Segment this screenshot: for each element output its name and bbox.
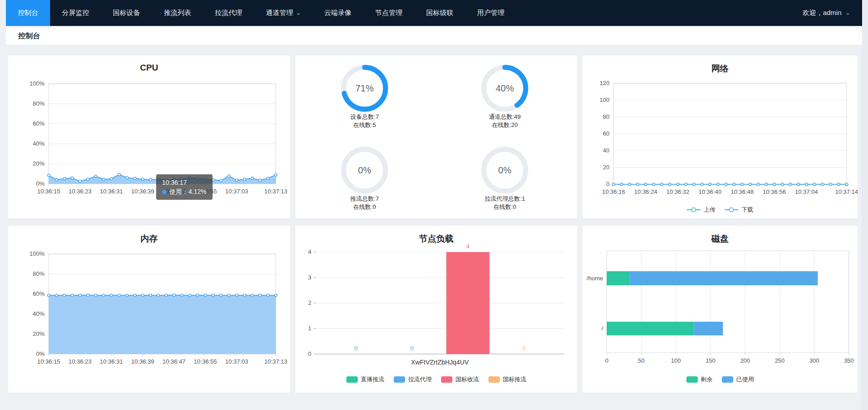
svg-text:10:36:32: 10:36:32 — [666, 188, 690, 195]
svg-text:71%: 71% — [355, 83, 374, 93]
legend-item[interactable]: 下载 — [725, 206, 753, 214]
svg-text:40%: 40% — [33, 310, 45, 317]
legend-item[interactable]: 上传 — [687, 206, 716, 214]
line-marker-icon — [725, 207, 738, 213]
svg-text:10:36:47: 10:36:47 — [162, 188, 186, 195]
nav-item-2[interactable]: 分屏监控 — [50, 0, 101, 26]
svg-text:80%: 80% — [33, 270, 45, 277]
gauge-ring-icon: 0% — [480, 146, 529, 195]
chevron-down-icon: ⌄ — [295, 10, 301, 16]
disk-chart[interactable]: 050100150200250300350/home/ — [583, 226, 858, 393]
scrollbar[interactable] — [862, 0, 868, 410]
cpu-chart[interactable]: 0%20%40%60%80%100%10:36:1510:36:2310:36:… — [8, 56, 290, 218]
svg-text:80%: 80% — [33, 100, 45, 107]
nav-item-4[interactable]: 推流列表 — [152, 0, 203, 26]
svg-text:0: 0 — [605, 357, 608, 364]
svg-text:10:36:40: 10:36:40 — [699, 188, 722, 195]
legend-label: 国标收流 — [456, 375, 479, 384]
navbar: 控制台分屏监控国标设备推流列表拉流代理通道管理⌄云端录像节点管理国标级联用户管理… — [6, 0, 863, 26]
nav-item-8[interactable]: 节点管理 — [363, 0, 414, 26]
svg-text:60%: 60% — [33, 290, 45, 297]
legend-item[interactable]: 剩余 — [686, 375, 713, 384]
legend-item[interactable]: 直播推流 — [346, 375, 385, 384]
legend-item[interactable]: 拉流代理 — [394, 375, 432, 384]
svg-text:10:36:31: 10:36:31 — [100, 188, 123, 195]
svg-text:10:36:23: 10:36:23 — [69, 358, 92, 365]
svg-text:0%: 0% — [358, 165, 371, 175]
svg-text:60%: 60% — [33, 120, 45, 127]
legend-label: 下载 — [741, 206, 753, 214]
svg-text:20%: 20% — [33, 330, 45, 337]
memory-chart[interactable]: 0%20%40%60%80%100%10:36:1510:36:2310:36:… — [8, 226, 290, 393]
gauge-ring-icon: 0% — [340, 146, 389, 195]
svg-text:100%: 100% — [30, 250, 45, 257]
svg-text:/home: /home — [587, 275, 603, 282]
legend-label: 剩余 — [701, 375, 713, 384]
legend-label: 国标推流 — [503, 375, 527, 384]
svg-text:10:36:56: 10:36:56 — [763, 188, 786, 195]
legend-item[interactable]: 国标收流 — [441, 375, 479, 384]
legend-label: 拉流代理 — [408, 375, 432, 384]
nav-item-6[interactable]: 通道管理⌄ — [254, 0, 312, 26]
svg-text:0%: 0% — [36, 180, 45, 187]
gauge-label: 在线数:0 — [493, 203, 516, 211]
svg-text:4: 4 — [308, 248, 311, 255]
nav-item-1[interactable]: 控制台 — [6, 0, 50, 26]
svg-text:0: 0 — [606, 181, 609, 187]
gauge-push-streams: 0%推流总数:7在线数:0 — [315, 146, 415, 211]
nav-item-label: 云端录像 — [324, 9, 351, 17]
nav-item-label: 控制台 — [18, 9, 38, 17]
nav-item-7[interactable]: 云端录像 — [312, 0, 363, 26]
svg-text:10:36:48: 10:36:48 — [731, 188, 754, 195]
svg-text:10:36:16: 10:36:16 — [602, 188, 625, 195]
svg-text:10:37:13: 10:37:13 — [264, 188, 288, 195]
svg-text:300: 300 — [809, 357, 819, 364]
svg-text:0: 0 — [410, 345, 413, 352]
gauge-channels: 40%通道总数:49在线数:20 — [455, 64, 555, 129]
svg-text:2: 2 — [308, 299, 311, 306]
nav-item-label: 节点管理 — [375, 9, 402, 17]
network-legend: 上传下载 — [583, 206, 858, 214]
svg-text:250: 250 — [775, 357, 785, 364]
svg-text:350: 350 — [844, 357, 854, 364]
svg-text:0: 0 — [354, 345, 357, 352]
svg-text:10:36:24: 10:36:24 — [634, 188, 657, 195]
swatch-icon — [488, 376, 500, 383]
nav-item-5[interactable]: 拉流代理 — [203, 0, 254, 26]
svg-text:10:36:23: 10:36:23 — [69, 188, 92, 195]
svg-text:0: 0 — [522, 345, 525, 352]
legend-item[interactable]: 已使用 — [722, 375, 754, 384]
svg-text:10:36:55: 10:36:55 — [194, 188, 217, 195]
legend-item[interactable]: 国标推流 — [488, 375, 527, 384]
legend-label: 已使用 — [736, 375, 754, 384]
panel-memory: 内存 0%20%40%60%80%100%10:36:1510:36:2310:… — [8, 226, 290, 393]
gauge-label: 推流总数:7 — [350, 195, 379, 203]
svg-text:10:36:55: 10:36:55 — [194, 358, 217, 365]
nav-item-9[interactable]: 国标级联 — [414, 0, 465, 26]
svg-text:80: 80 — [603, 113, 609, 120]
nav-item-label: 用户管理 — [477, 9, 504, 17]
svg-text:0: 0 — [308, 350, 311, 357]
node-load-chart[interactable]: 012340040XwFtVZrtZbHJq4UV — [295, 226, 577, 393]
svg-text:1: 1 — [308, 325, 311, 332]
nav-item-3[interactable]: 国标设备 — [101, 0, 152, 26]
svg-text:100: 100 — [671, 357, 681, 364]
swatch-icon — [441, 376, 452, 383]
nav-item-10[interactable]: 用户管理 — [465, 0, 516, 26]
breadcrumb: 控制台 — [18, 31, 40, 41]
user-menu[interactable]: 欢迎，admin ⌄ — [802, 0, 863, 26]
svg-text:10:37:14: 10:37:14 — [835, 188, 858, 195]
nav-item-label: 国标级联 — [426, 9, 453, 17]
svg-text:10:36:39: 10:36:39 — [131, 188, 154, 195]
network-chart[interactable]: 02040608010012010:36:1610:36:2410:36:321… — [583, 56, 858, 218]
panel-overview-gauges: 71%设备总数:7在线数:540%通道总数:49在线数:200%推流总数:7在线… — [295, 56, 577, 218]
gauge-pull-proxies: 0%拉流代理总数:1在线数:0 — [455, 146, 555, 211]
nav-menu: 控制台分屏监控国标设备推流列表拉流代理通道管理⌄云端录像节点管理国标级联用户管理 — [6, 0, 516, 26]
svg-text:10:36:15: 10:36:15 — [37, 358, 61, 365]
gauge-devices: 71%设备总数:7在线数:5 — [315, 64, 415, 129]
svg-text:10:36:47: 10:36:47 — [162, 358, 186, 365]
svg-text:3: 3 — [308, 274, 311, 281]
svg-text:10:37:13: 10:37:13 — [264, 358, 288, 365]
svg-text:100%: 100% — [30, 80, 45, 87]
svg-text:10:36:31: 10:36:31 — [100, 358, 123, 365]
